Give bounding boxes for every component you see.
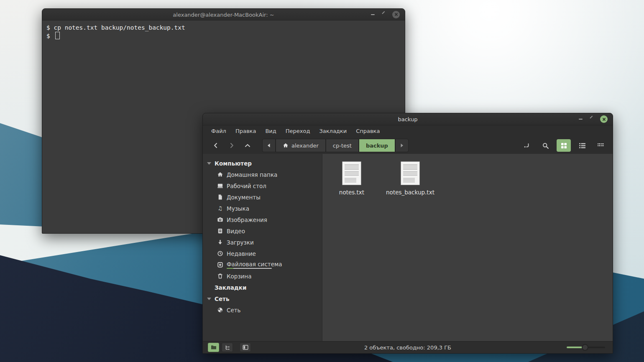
edit-location-icon [524, 142, 530, 149]
sidebar-item-label: Рабочий стол [227, 183, 266, 189]
back-button[interactable] [208, 139, 224, 152]
forward-button[interactable] [224, 139, 240, 152]
show-places-button[interactable] [208, 343, 219, 352]
menubar: Файл Правка Вид Переход Закладки Справка [203, 125, 613, 137]
status-text: 2 объекта, свободно: 209,3 ГБ [203, 344, 613, 351]
terminal-cursor [55, 32, 60, 39]
maximize-button[interactable] [590, 117, 593, 121]
breadcrumb-item-cp-test[interactable]: cp-test [326, 139, 358, 152]
sidebar-item-desktop[interactable]: Рабочий стол [203, 180, 322, 191]
terminal-titlebar[interactable]: alexander@alexander-MacBookAir: ~ [42, 9, 405, 20]
sidebar-item-label: Загрузки [227, 239, 254, 246]
sidebar-item-filesystem[interactable]: Файловая система [203, 259, 322, 270]
text-file-icon [342, 161, 361, 185]
prompt: $ [46, 33, 54, 39]
document-icon [217, 194, 223, 201]
zoom-slider-handle[interactable] [582, 344, 588, 351]
file-manager-window: backup Файл Правка Вид Переход Закладки … [202, 113, 613, 354]
sidebar-item-pictures[interactable]: Изображения [203, 214, 322, 225]
sidebar-item-documents[interactable]: Документы [203, 191, 322, 203]
file-manager-title: backup [240, 116, 575, 122]
zoom-slider[interactable] [567, 347, 608, 348]
breadcrumb-scroll-left-button[interactable] [263, 139, 275, 152]
command-text: cp notes.txt backup/notes_backup.txt [54, 24, 185, 31]
breadcrumb-scroll-right-button[interactable] [396, 139, 408, 152]
list-view-button[interactable] [575, 139, 589, 152]
sidebar-panel-icon [243, 345, 248, 350]
video-icon [217, 228, 223, 235]
minimize-button[interactable] [371, 14, 375, 15]
chevron-right-icon [228, 142, 235, 149]
search-button[interactable] [538, 139, 552, 152]
maximize-button[interactable] [382, 13, 385, 16]
terminal-line: $ [46, 32, 401, 40]
breadcrumb-label: alexander [291, 143, 319, 149]
compact-view-button[interactable] [593, 139, 608, 152]
section-label: Закладки [215, 284, 246, 291]
file-item-notes-backup[interactable]: notes_backup.txt [385, 161, 435, 196]
close-button[interactable] [600, 115, 608, 123]
chevron-up-icon [244, 142, 251, 149]
main-area: Компьютер Домашняя папка Рабочий стол [203, 154, 613, 341]
list-view-icon [579, 143, 586, 149]
trash-icon [217, 273, 223, 280]
sidebar-section-computer[interactable]: Компьютер [203, 158, 322, 169]
camera-icon [217, 217, 223, 223]
zoom-slider-track[interactable] [567, 347, 605, 348]
sidebar-item-label: Файловая система [227, 261, 282, 268]
breadcrumb-item-home[interactable]: alexander [276, 139, 325, 152]
sidebar-item-videos[interactable]: Видео [203, 225, 322, 237]
terminal-line: $ cp notes.txt backup/notes_backup.txt [46, 23, 401, 32]
show-treeview-button[interactable] [222, 343, 233, 352]
close-icon [394, 13, 398, 16]
menu-bookmarks[interactable]: Закладки [314, 125, 351, 137]
home-icon [217, 171, 223, 178]
sidebar-item-trash[interactable]: Корзина [203, 270, 322, 282]
triangle-left-icon [266, 143, 271, 148]
sidebar-section-bookmarks[interactable]: Закладки [203, 282, 322, 293]
grid-view-button[interactable] [557, 139, 571, 152]
prompt: $ [46, 24, 54, 31]
file-name: notes.txt [339, 189, 364, 196]
sidebar-item-downloads[interactable]: Загрузки [203, 237, 322, 248]
close-icon [602, 117, 606, 121]
up-button[interactable] [240, 139, 256, 152]
menu-edit[interactable]: Правка [231, 125, 261, 137]
file-item-notes[interactable]: notes.txt [327, 161, 377, 196]
menu-help[interactable]: Справка [351, 125, 384, 137]
text-file-icon [401, 161, 420, 185]
edit-location-button[interactable] [520, 139, 534, 152]
search-icon [542, 142, 549, 149]
globe-icon [217, 307, 223, 314]
section-label: Компьютер [215, 160, 252, 167]
download-icon [217, 239, 223, 246]
sidebar-item-label-with-usage: Файловая система [227, 261, 282, 269]
statusbar: 2 объекта, свободно: 209,3 ГБ [203, 341, 613, 353]
breadcrumb-label: cp-test [333, 143, 352, 149]
menu-view[interactable]: Вид [261, 125, 281, 137]
sidebar-item-recent[interactable]: Недавние [203, 248, 322, 259]
disk-usage-bar [227, 268, 272, 269]
sidebar-item-music[interactable]: ♫ Музыка [203, 203, 322, 214]
desktop-icon [217, 183, 223, 189]
breadcrumb-item-backup-active[interactable]: backup [359, 139, 395, 152]
sidebar-item-home[interactable]: Домашняя папка [203, 169, 322, 180]
toggle-sidebar-button[interactable] [240, 343, 251, 352]
filesystem-icon [217, 262, 223, 268]
sidebar-section-network[interactable]: Сеть [203, 293, 322, 304]
menu-go[interactable]: Переход [281, 125, 315, 137]
home-icon [283, 143, 289, 148]
menu-file[interactable]: Файл [207, 125, 231, 137]
toolbar-view-controls [520, 139, 608, 152]
close-button[interactable] [392, 11, 400, 18]
terminal-title: alexander@alexander-MacBookAir: ~ [80, 11, 367, 18]
sidebar-item-label: Недавние [227, 250, 256, 257]
sidebar-item-network[interactable]: Сеть [203, 304, 322, 316]
minimize-button[interactable] [579, 119, 583, 120]
sidebar-item-label: Видео [227, 228, 245, 235]
file-manager-titlebar[interactable]: backup [203, 113, 613, 125]
toolbar: alexander cp-test backup [203, 137, 613, 154]
file-view[interactable]: notes.txt notes_backup.txt [322, 154, 613, 341]
sidebar-item-label: Домашняя папка [227, 171, 277, 178]
compact-view-icon [597, 143, 604, 148]
